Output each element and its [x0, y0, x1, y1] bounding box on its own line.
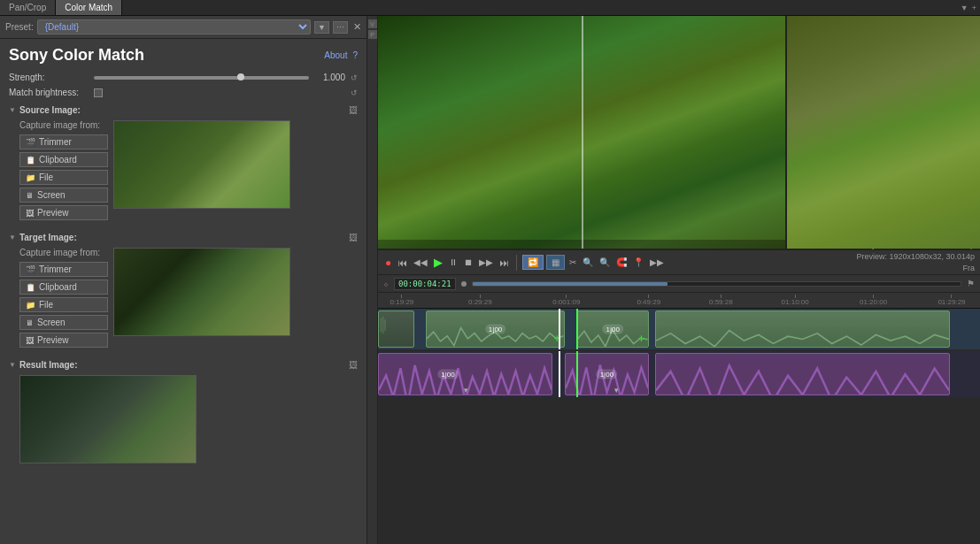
preview-icon: 🖼 — [26, 209, 34, 218]
source-section-title: Source Image: — [19, 105, 81, 115]
video-clip-4[interactable] — [655, 310, 950, 348]
marker-btn[interactable]: 📍 — [631, 256, 645, 269]
help-link[interactable]: ? — [352, 50, 358, 60]
side-vol-label: V — [368, 19, 377, 28]
pos-bar-fill — [473, 282, 668, 286]
video-playhead — [559, 309, 560, 349]
play-btn[interactable]: ▶ — [432, 254, 444, 271]
source-section-header[interactable]: ▼ Source Image: 🖼 — [5, 103, 361, 117]
target-file-btn[interactable]: 📁 File — [19, 297, 108, 312]
strength-slider[interactable] — [94, 76, 309, 80]
pos-bar[interactable] — [472, 281, 961, 287]
pos-timecode[interactable]: 00:00:04:21 — [394, 278, 456, 290]
target-capture-panel: Capture image from: 🎬 Trimmer 📋 Clipboar… — [19, 248, 108, 348]
preview-info-text: Preview: 1920x1080x32, 30.014p — [856, 251, 975, 263]
target-clipboard-btn[interactable]: 📋 Clipboard — [19, 280, 108, 295]
preset-arrow-btn[interactable]: ▼ — [314, 21, 329, 34]
stop-btn[interactable]: ⏹ — [462, 256, 475, 269]
pause-btn[interactable]: ⏸ — [447, 256, 459, 269]
more-btn[interactable]: ▶▶ — [648, 256, 666, 269]
ruler-mark-5: 01:10:00 — [782, 295, 809, 306]
audio-track-content[interactable]: 1|00 1|00 — [378, 351, 980, 397]
source-clipboard-btn[interactable]: 📋 Clipboard — [19, 152, 108, 167]
plugin-title: Sony Color Match — [9, 46, 144, 65]
target-preview-label: Preview — [37, 335, 69, 345]
source-file-btn[interactable]: 📁 File — [19, 170, 108, 185]
preview-main — [378, 16, 785, 249]
tab-color-match[interactable]: Color Match — [56, 0, 122, 15]
tab-add-icon[interactable]: + — [972, 4, 976, 12]
source-trimmer-btn[interactable]: 🎬 Trimmer — [19, 134, 108, 149]
plugin-header: Sony Color Match About ? — [0, 39, 367, 70]
source-section-icon[interactable]: 🖼 — [349, 105, 358, 115]
target-section-content: Capture image from: 🎬 Trimmer 📋 Clipboar… — [5, 244, 361, 351]
ruler-mark-2: 0:001:09 — [552, 295, 580, 306]
tab-pan-crop[interactable]: Pan/Crop — [0, 0, 56, 15]
video-clip-1[interactable] — [378, 310, 414, 348]
source-screen-label: Screen — [37, 190, 66, 200]
selection-btn[interactable]: ▦ — [546, 255, 565, 270]
match-brightness-checkbox[interactable] — [94, 88, 103, 97]
next-frame-btn[interactable]: ▶▶ — [477, 256, 495, 269]
target-section: ▼ Target Image: 🖼 Capture image from: 🎬 … — [0, 227, 367, 355]
ruler-mark-0: 0:19:29 — [390, 295, 414, 306]
go-end-btn[interactable]: ⏭ — [498, 256, 511, 270]
pos-nav-btn[interactable] — [461, 281, 467, 287]
result-section-header[interactable]: ▼ Result Image: 🖼 — [5, 358, 361, 372]
ruler-mark-4: 0:59:28 — [709, 295, 733, 306]
target-section-icon[interactable]: 🖼 — [349, 233, 358, 242]
snap-btn[interactable]: 🧲 — [614, 256, 629, 269]
tab-dropdown-icon[interactable]: ▼ — [961, 4, 968, 12]
preset-more-btn[interactable]: ⋯ — [333, 21, 348, 34]
screen-icon: 🖥 — [26, 191, 34, 200]
tab-color-match-label: Color Match — [65, 3, 112, 12]
go-start-btn[interactable]: ⏮ — [396, 256, 409, 270]
target-trimmer-btn[interactable]: 🎬 Trimmer — [19, 262, 108, 277]
match-brightness-reset[interactable]: ↺ — [351, 88, 358, 97]
video-clip-2[interactable]: 1|00 + — [426, 310, 564, 348]
plugin-header-links: About ? — [324, 50, 358, 60]
target-screen-btn[interactable]: 🖥 Screen — [19, 315, 108, 330]
target-preview-icon: 🖼 — [26, 336, 34, 345]
position-bar: ⬦ 00:00:04:21 ⚑ — [378, 275, 980, 293]
prev-frame-btn[interactable]: ◀◀ — [412, 256, 429, 269]
record-btn[interactable]: ● — [383, 255, 393, 271]
track-area: 1|00 + 1|00 + — [378, 309, 980, 544]
strength-row: Strength: 1.000 ↺ — [0, 70, 367, 85]
zoom-out-btn[interactable]: 🔍 — [598, 256, 612, 269]
audio-clip-3[interactable] — [655, 353, 950, 395]
preset-dropdown[interactable]: {Default} — [37, 19, 311, 34]
audio-clip-2-marker: 1|00 — [597, 370, 617, 379]
split-btn[interactable]: ✂ — [567, 256, 578, 269]
main-layout: Preset: {Default} ▼ ⋯ ✕ Sony Color Match… — [0, 16, 980, 544]
target-preview-btn[interactable]: 🖼 Preview — [19, 333, 108, 348]
fra-label: Fra — [963, 263, 976, 274]
clip-2-marker: 1|00 — [485, 325, 505, 334]
source-preview-btn[interactable]: 🖼 Preview — [19, 205, 108, 220]
audio-track: 1|00 1|00 — [378, 351, 980, 397]
preview-playhead-marker — [582, 16, 583, 249]
target-screen-label: Screen — [37, 318, 66, 327]
target-clipboard-icon: 📋 — [26, 283, 35, 292]
preset-label: Preset: — [5, 22, 34, 32]
target-capture-label: Capture image from: — [19, 248, 108, 257]
video-green-marker — [576, 309, 578, 349]
video-track-content[interactable]: 1|00 + 1|00 + — [378, 309, 980, 349]
strength-reset[interactable]: ↺ — [351, 73, 358, 82]
file-icon: 📁 — [26, 173, 35, 182]
video-clip-3[interactable]: 1|00 + — [576, 310, 649, 348]
zoom-in-btn[interactable]: 🔍 — [581, 256, 595, 269]
timeline-area: 0:19:29 0:29:29 0:001:09 0:49:29 0:59:28 — [378, 293, 980, 544]
about-link[interactable]: About — [324, 50, 347, 60]
loop-btn[interactable]: 🔁 — [522, 255, 544, 270]
preset-close-btn[interactable]: ✕ — [353, 21, 361, 33]
target-trimmer-icon: 🎬 — [26, 265, 35, 274]
source-section: ▼ Source Image: 🖼 Capture image from: 🎬 … — [0, 100, 367, 227]
result-section-icon[interactable]: 🖼 — [349, 360, 358, 370]
match-brightness-label: Match brightness: — [9, 88, 89, 97]
svg-rect-1 — [382, 317, 384, 333]
source-screen-btn[interactable]: 🖥 Screen — [19, 188, 108, 203]
preview-main-image — [378, 16, 785, 249]
target-section-header[interactable]: ▼ Target Image: 🖼 — [5, 231, 361, 244]
source-thumbnail — [113, 120, 290, 209]
